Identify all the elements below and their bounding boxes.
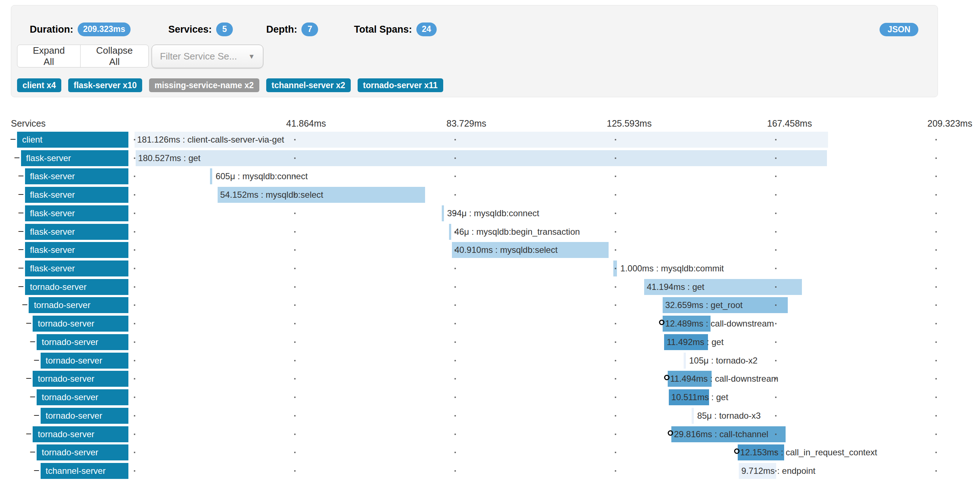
service-label[interactable]: tornado-server (37, 334, 128, 350)
trace-row[interactable]: −tornado-server11.494ms : call-downstrea… (0, 371, 980, 387)
annotation-circle-icon (734, 448, 740, 454)
service-label[interactable]: tornado-server (41, 352, 128, 368)
service-label[interactable]: flask-server (25, 242, 128, 258)
tick-dot-icon (615, 434, 616, 435)
service-label[interactable]: tornado-server (37, 389, 128, 405)
collapse-toggle[interactable]: − (29, 445, 36, 461)
collapse-toggle[interactable]: − (25, 426, 32, 442)
service-label[interactable]: tornado-server (33, 371, 128, 387)
tick-dot-icon (775, 249, 776, 251)
service-label[interactable]: flask-server (21, 150, 128, 166)
span-duration-bar[interactable] (449, 224, 451, 240)
collapse-toggle[interactable]: − (29, 389, 36, 405)
tick-dot-icon (935, 213, 937, 214)
trace-row[interactable]: −flask-server40.910ms : mysqldb:select (0, 242, 980, 258)
span-label: 54.152ms : mysqldb:select (220, 187, 323, 203)
trace-row[interactable]: −flask-server605μ : mysqldb:connect (0, 168, 980, 184)
service-label[interactable]: tornado-server (25, 279, 128, 295)
ruler-tick-label: 167.458ms (767, 118, 812, 129)
tick-dot-icon (615, 397, 616, 398)
tick-dot-icon (134, 323, 135, 324)
expand-all-button[interactable]: Expand All (18, 45, 80, 67)
span-duration-bar[interactable] (442, 205, 444, 221)
service-label[interactable]: flask-server (25, 224, 128, 240)
span-duration-bar[interactable] (692, 408, 694, 424)
service-label[interactable]: tornado-server (33, 316, 128, 332)
service-label[interactable]: tornado-server (41, 408, 128, 424)
json-button[interactable]: JSON (880, 23, 918, 36)
span-label: 11.492ms : get (667, 334, 724, 350)
service-label[interactable]: tornado-server (37, 445, 128, 461)
trace-row[interactable]: −tornado-server29.816ms : call-tchannel (0, 426, 980, 442)
tick-dot-icon (935, 268, 937, 269)
collapse-toggle[interactable]: − (21, 297, 28, 313)
service-label[interactable]: flask-server (25, 187, 128, 203)
service-label[interactable]: flask-server (25, 205, 128, 221)
trace-summary-panel: Duration:209.323msServices:5Depth:7Total… (11, 5, 938, 97)
service-label[interactable]: flask-server (25, 260, 128, 276)
tick-dot-icon (455, 360, 456, 361)
trace-row[interactable]: −flask-server54.152ms : mysqldb:select (0, 187, 980, 203)
tick-dot-icon (134, 268, 135, 269)
collapse-toggle[interactable]: − (29, 334, 36, 350)
collapse-toggle[interactable]: − (18, 168, 25, 184)
span-duration-bar[interactable] (210, 168, 212, 184)
tick-dot-icon (775, 397, 776, 398)
trace-row[interactable]: −tornado-server32.659ms : get_root (0, 297, 980, 313)
service-label[interactable]: tornado-server (29, 297, 128, 313)
collapse-toggle[interactable]: − (18, 260, 25, 276)
tick-dot-icon (935, 378, 937, 380)
collapse-toggle[interactable]: − (18, 279, 25, 295)
trace-row[interactable]: −tornado-server41.194ms : get (0, 279, 980, 295)
service-label[interactable]: tornado-server (33, 426, 128, 442)
trace-row[interactable]: −flask-server46μ : mysqldb:begin_transac… (0, 224, 980, 240)
trace-row[interactable]: −tchannel-server9.712ms : endpoint (0, 463, 980, 479)
tick-dot-icon (455, 139, 456, 140)
trace-row[interactable]: −tornado-server105μ : tornado-x2 (0, 352, 980, 368)
collapse-toggle[interactable]: − (33, 352, 40, 368)
span-timeline: 12.153ms : call_in_request_context (135, 445, 936, 461)
service-pill[interactable]: missing-service-name x2 (149, 78, 259, 92)
trace-row[interactable]: −flask-server1.000ms : mysqldb:commit (0, 260, 980, 276)
collapse-toggle[interactable]: − (25, 316, 32, 332)
service-pill[interactable]: tchannel-server x2 (266, 78, 351, 92)
collapse-toggle[interactable]: − (18, 224, 25, 240)
trace-row[interactable]: −tornado-server10.511ms : get (0, 389, 980, 405)
span-duration-bar[interactable] (684, 352, 686, 368)
tick-dot-icon (615, 378, 616, 380)
collapse-toggle[interactable]: − (33, 463, 40, 479)
tick-dot-icon (935, 194, 937, 196)
service-label[interactable]: flask-server (25, 168, 128, 184)
tick-dot-icon (775, 139, 776, 140)
collapse-toggle[interactable]: − (25, 371, 32, 387)
span-timeline: 85μ : tornado-x3 (135, 408, 936, 424)
trace-row[interactable]: −client181.126ms : client-calls-server-v… (0, 132, 980, 148)
span-timeline: 605μ : mysqldb:connect (135, 168, 936, 184)
service-label[interactable]: client (17, 132, 128, 148)
collapse-toggle[interactable]: − (18, 205, 25, 221)
trace-row[interactable]: −tornado-server12.153ms : call_in_reques… (0, 445, 980, 461)
tick-dot-icon (615, 452, 616, 453)
service-pill[interactable]: flask-server x10 (68, 78, 142, 92)
collapse-toggle[interactable]: − (33, 408, 40, 424)
collapse-toggle[interactable]: − (18, 242, 25, 258)
collapse-toggle[interactable]: − (18, 187, 25, 203)
trace-row[interactable]: −tornado-server11.492ms : get (0, 334, 980, 350)
collapse-toggle[interactable]: − (10, 132, 17, 148)
stat-value-badge: 7 (301, 22, 318, 36)
service-pill[interactable]: tornado-server x11 (358, 78, 443, 92)
stat-value-badge: 24 (416, 22, 437, 36)
tick-dot-icon (455, 323, 456, 324)
collapse-toggle[interactable]: − (13, 150, 21, 166)
filter-service-select[interactable]: Filter Service Se... ▼ (152, 45, 263, 68)
service-label[interactable]: tchannel-server (41, 463, 128, 479)
trace-row[interactable]: −tornado-server12.489ms : call-downstrea… (0, 316, 980, 332)
trace-row[interactable]: −flask-server180.527ms : get (0, 150, 980, 166)
trace-row[interactable]: −flask-server394μ : mysqldb:connect (0, 205, 980, 221)
service-pill[interactable]: client x4 (17, 78, 61, 92)
span-label: 46μ : mysqldb:begin_transaction (455, 224, 580, 240)
trace-row[interactable]: −tornado-server85μ : tornado-x3 (0, 408, 980, 424)
collapse-all-button[interactable]: Collapse All (80, 45, 148, 67)
span-duration-bar[interactable] (136, 150, 827, 166)
tick-dot-icon (134, 415, 135, 416)
